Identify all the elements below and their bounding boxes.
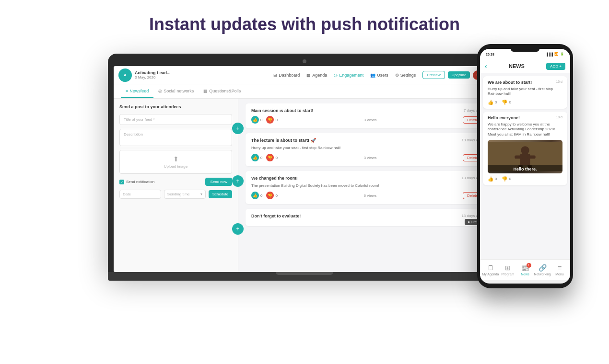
nav-dashboard-label: Dashboard [279,73,300,78]
post-0-like[interactable]: 👍 0 [251,116,262,124]
phone-like-1[interactable]: 👍 0 [488,176,497,182]
post-2-body: The presentation Building Digital Societ… [251,183,482,188]
phone-post-1-reactions: 👍 0 👎 0 [488,176,562,182]
signal-icon: ▐▐▐ [546,53,553,56]
like-icon-1: 👍 [251,154,259,161]
post-2-dislike[interactable]: 👎 0 [266,192,277,199]
desc-placeholder: Description [124,132,143,136]
app-logo: A [118,68,132,82]
post-2-title: We changed the room! [251,176,298,181]
phone-header: ‹ NEWS ADD + [480,59,570,73]
svg-point-1 [521,146,529,154]
upgrade-button[interactable]: Upgrade [448,71,470,79]
tab-newsfeed-label: Newsfeed [129,89,149,93]
back-icon[interactable]: ‹ [485,62,487,70]
nav-dashboard[interactable]: ⊞ Dashboard [273,73,300,78]
post-1-header: The lecture is about to start! 🚀 13 days… [251,138,482,143]
laptop-screen: A Activating Lead... 3 May, 2020 ⊞ Dashb… [114,66,495,272]
tab-qna-label: Questions&Polls [209,89,241,93]
phone-nav-news[interactable]: 📰 1 News [516,264,534,276]
tab-newsfeed[interactable]: ≡ Newsfeed [121,84,153,98]
phone-dislike-1[interactable]: 👎 0 [502,176,511,182]
phone-post-0-time: 15 d [556,80,562,85]
phone-nav-program[interactable]: ⊞ Program [499,264,516,276]
post-0-title: Main session is about to start! [251,108,314,113]
laptop-outer: A Activating Lead... 3 May, 2020 ⊞ Dashb… [108,54,501,272]
date-input[interactable]: Date [119,190,161,199]
phone-like-0[interactable]: 👍 0 [488,100,497,105]
post-2-dislikes: 0 [275,193,277,198]
form-title: Send a post to your attendees [119,104,232,109]
post-0-dislike[interactable]: 👎 0 [266,116,277,124]
phone-nav-menu-label: Menu [555,273,564,276]
nav-engagement[interactable]: ◎ Engagement [334,73,363,78]
app-event-info: Activating Lead... 3 May, 2020 [135,70,171,80]
nav-users[interactable]: 👥 Users [370,73,388,78]
post-image-overlay: Hello there. [488,165,562,173]
page-title: Instant updates with push notification [149,14,460,34]
offline-dot: ● [468,220,470,224]
chevron-down-icon: ▾ [200,192,202,196]
qna-icon: ▦ [203,89,208,93]
tab-qna[interactable]: ▦ Questions&Polls [199,84,246,98]
phone-add-button[interactable]: ADD + [546,63,565,70]
post-2-likes: 0 [260,193,262,198]
post-0-header: Main session is about to start! 7 days a… [251,108,482,113]
phone-post-1-body: We are happy to welcome you at the confe… [488,122,562,137]
wifi-icon: 📶 [554,52,559,56]
dashboard-icon: ⊞ [273,73,277,78]
phone-feed: We are about to start! 15 d Hurry up and… [480,73,570,259]
app-event-date: 3 May, 2020 [135,75,171,80]
phone-post-1-time: 19 d [556,115,562,120]
send-notification-label[interactable]: ✓ Send notification [119,180,154,184]
phone-post-1-title: Hello everyone! [488,115,520,120]
add-circle-btn-2[interactable]: + [232,175,244,187]
time-input[interactable]: Sending time ▾ [164,190,206,199]
laptop-base [108,272,501,281]
send-now-button[interactable]: Send now [205,178,232,186]
program-nav-icon: ⊞ [505,264,511,272]
phone-nav-networking[interactable]: 🔗 Networking [534,264,551,276]
phone-dislike-0[interactable]: 👎 0 [502,100,511,105]
preview-button[interactable]: Preview [422,71,445,79]
schedule-button[interactable]: Schedule [209,190,232,198]
nav-agenda-label: Agenda [312,73,327,78]
tab-social[interactable]: ◎ Social networks [153,84,199,98]
dislike-icon-2: 👎 [266,192,274,199]
nav-settings[interactable]: ⚙ Settings [395,73,416,78]
phone-nav-menu[interactable]: ≡ Menu [551,264,568,276]
laptop: A Activating Lead... 3 May, 2020 ⊞ Dashb… [108,54,501,281]
phone-likes-0: 0 [495,100,497,104]
svg-rect-3 [515,155,523,159]
post-1-dislike[interactable]: 👎 0 [266,154,277,161]
post-1-like[interactable]: 👍 0 [251,154,262,161]
description-input[interactable]: Description [119,129,232,146]
dislike-icon: 👎 [266,116,274,124]
date-placeholder: Date [123,192,131,196]
form-actions: ✓ Send notification Send now [119,178,232,186]
phone-post-0-header: We are about to start! 15 d [488,80,562,85]
app-header: A Activating Lead... 3 May, 2020 ⊞ Dashb… [114,66,495,84]
upload-box[interactable]: ⬆ Upload image [119,150,232,174]
like-icon: 👍 [251,116,259,124]
phone-dislikes-0: 0 [509,100,511,104]
upload-label: Upload image [164,164,187,169]
battery-icon: 🔋 [560,52,564,56]
title-input[interactable]: Title of your feed * [119,114,232,125]
phone-post-0-reactions: 👍 0 👎 0 [488,100,562,105]
phone-nav-agenda[interactable]: 🗒 My Agenda [482,264,499,276]
nav-agenda[interactable]: ▦ Agenda [306,73,327,78]
feed-post-3: Don't forget to evaluate! 13 days ago ● … [246,209,488,226]
networking-nav-icon: 🔗 [539,264,547,272]
phone-notch [511,49,539,52]
add-circle-btn-3[interactable]: + [232,223,244,235]
post-2-like[interactable]: 👍 0 [251,192,262,199]
post-3-header: Don't forget to evaluate! 13 days ago [251,214,482,218]
phone-post-0-title: We are about to start! [488,80,532,85]
post-1-body: Hurry up and take your seat - first stop… [251,146,482,150]
devices-container: A Activating Lead... 3 May, 2020 ⊞ Dashb… [0,54,609,281]
add-circle-btn-1[interactable]: + [232,123,244,134]
app-content: Send a post to your attendees + + + Titl… [114,99,495,272]
svg-rect-4 [527,155,535,159]
send-notification-checkbox[interactable]: ✓ [119,180,124,184]
